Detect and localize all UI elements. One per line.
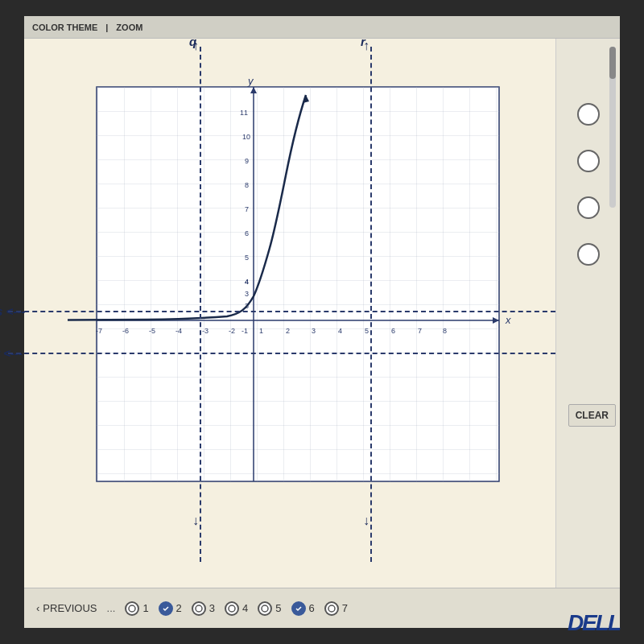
clear-button[interactable]: CLEAR — [568, 404, 616, 427]
svg-text:1: 1 — [259, 327, 263, 335]
page-2[interactable]: 2 — [159, 601, 182, 616]
page-number-7: 7 — [342, 602, 348, 614]
arrow-down-q: ↓ — [192, 514, 199, 528]
previous-button[interactable]: ‹ PREVIOUS — [36, 602, 97, 614]
dashed-line-q — [200, 47, 201, 562]
svg-text:6: 6 — [245, 229, 249, 237]
svg-point-37 — [229, 605, 235, 612]
svg-text:10: 10 — [242, 133, 250, 141]
top-bar: COLOR THEME | ZOOM — [24, 16, 620, 39]
arrow-up-r: ↑ — [363, 39, 369, 53]
svg-text:9: 9 — [245, 157, 249, 165]
svg-text:-2: -2 — [229, 327, 235, 335]
bottom-nav: ‹ PREVIOUS ... 1 2 3 4 — [24, 588, 620, 628]
svg-text:-4: -4 — [175, 327, 182, 335]
zoom-label[interactable]: ZOOM — [116, 23, 142, 32]
page-number-2: 2 — [176, 602, 182, 614]
main-panel: q r s <--- t <--- — [24, 39, 555, 588]
page-number-1: 1 — [142, 602, 148, 614]
svg-text:7: 7 — [418, 327, 422, 335]
svg-text:-6: -6 — [122, 327, 129, 335]
separator: | — [105, 23, 108, 32]
page-circle-3[interactable] — [192, 601, 206, 616]
page-7[interactable]: 7 — [324, 601, 348, 616]
svg-text:5: 5 — [365, 327, 369, 335]
svg-text:-1: -1 — [242, 327, 248, 335]
arrow-up-q: ↑ — [192, 39, 199, 53]
radio-option-3[interactable] — [577, 196, 600, 219]
svg-text:3: 3 — [312, 327, 316, 335]
radio-option-1[interactable] — [577, 103, 600, 126]
svg-text:4: 4 — [338, 327, 342, 335]
chevron-left-icon: ‹ — [36, 602, 39, 614]
svg-text:2: 2 — [286, 327, 290, 335]
svg-point-38 — [262, 605, 268, 612]
svg-point-36 — [196, 605, 202, 612]
dashed-line-r — [370, 47, 372, 562]
color-theme-label[interactable]: COLOR THEME — [32, 23, 97, 32]
dots: ... — [107, 602, 116, 614]
svg-text:-3: -3 — [202, 327, 208, 335]
page-circle-2[interactable] — [159, 601, 173, 616]
svg-text:4: 4 — [245, 278, 249, 286]
radio-option-2[interactable] — [577, 150, 600, 172]
svg-text:-5: -5 — [149, 327, 155, 335]
graph-svg: x y -7 -6 -5 -4 -3 -2 -1 — [56, 79, 523, 514]
page-6[interactable]: 6 — [291, 601, 315, 616]
page-number-5: 5 — [275, 602, 281, 614]
svg-point-39 — [328, 605, 335, 612]
previous-label: PREVIOUS — [43, 602, 97, 614]
page-4[interactable]: 4 — [225, 601, 248, 616]
radio-option-4[interactable] — [577, 243, 600, 266]
screen: COLOR THEME | ZOOM q r s <--- t <--- — [24, 16, 620, 628]
scrollbar[interactable] — [609, 47, 616, 208]
page-circle-1[interactable] — [125, 601, 139, 616]
dell-logo: DELL — [568, 610, 620, 636]
svg-text:11: 11 — [240, 109, 248, 117]
page-circle-5[interactable] — [258, 601, 272, 616]
graph-container: q r s <--- t <--- — [56, 79, 523, 514]
svg-text:8: 8 — [443, 327, 447, 335]
page-number-6: 6 — [309, 602, 315, 614]
svg-text:-7: -7 — [96, 327, 102, 335]
svg-text:y: y — [247, 79, 254, 87]
page-number-4: 4 — [242, 602, 248, 614]
scrollbar-thumb[interactable] — [609, 47, 616, 79]
page-1[interactable]: 1 — [125, 601, 148, 616]
svg-text:3: 3 — [245, 290, 249, 298]
dashed-line-t — [8, 353, 555, 354]
arrow-down-r: ↓ — [363, 514, 369, 528]
svg-text:8: 8 — [245, 181, 249, 189]
svg-text:7: 7 — [245, 205, 249, 213]
page-3[interactable]: 3 — [192, 601, 215, 616]
svg-text:6: 6 — [391, 327, 395, 335]
dashed-line-s — [8, 311, 555, 312]
page-number-3: 3 — [209, 602, 215, 614]
svg-text:x: x — [505, 314, 511, 326]
svg-rect-1 — [97, 87, 499, 481]
content-area: q r s <--- t <--- — [24, 39, 620, 588]
svg-point-35 — [129, 605, 135, 612]
right-panel: CLEAR — [555, 39, 620, 588]
page-circle-6[interactable] — [291, 601, 306, 616]
svg-text:5: 5 — [245, 254, 249, 262]
page-circle-7[interactable] — [324, 601, 339, 616]
page-circle-4[interactable] — [225, 601, 239, 616]
page-5[interactable]: 5 — [258, 601, 281, 616]
